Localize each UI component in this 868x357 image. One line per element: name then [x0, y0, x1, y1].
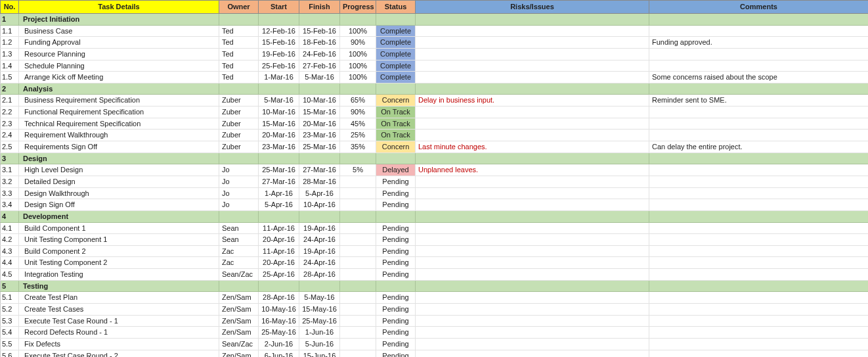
- cell-comment[interactable]: Reminder sent to SME.: [649, 95, 869, 107]
- cell-start[interactable]: [259, 210, 299, 222]
- table-row[interactable]: 2.5Requirements Sign OffZuber23-Mar-1625…: [1, 141, 869, 153]
- cell-progress[interactable]: [340, 83, 376, 95]
- cell-risk[interactable]: [416, 130, 649, 141]
- cell-status[interactable]: Pending: [376, 187, 416, 199]
- cell-start[interactable]: 20-Mar-16: [259, 130, 299, 141]
- cell-progress[interactable]: [340, 315, 376, 327]
- cell-progress[interactable]: 45%: [340, 118, 376, 130]
- cell-finish[interactable]: 27-Mar-16: [299, 164, 340, 176]
- cell-risk[interactable]: [416, 327, 649, 339]
- table-row[interactable]: 4.2Unit Testing Component 1Sean20-Apr-16…: [1, 234, 869, 246]
- cell-task[interactable]: Functional Requirement Specification: [19, 107, 219, 118]
- cell-progress[interactable]: [340, 222, 376, 234]
- cell-progress[interactable]: [340, 199, 376, 211]
- cell-risk[interactable]: [416, 338, 649, 350]
- cell-no[interactable]: 1.2: [1, 37, 19, 49]
- cell-status[interactable]: Complete: [376, 37, 416, 49]
- cell-status[interactable]: On Track: [376, 107, 416, 118]
- cell-status[interactable]: Pending: [376, 315, 416, 327]
- table-row[interactable]: 2.2Functional Requirement SpecificationZ…: [1, 107, 869, 118]
- cell-comment[interactable]: [649, 176, 869, 187]
- cell-risk[interactable]: [416, 176, 649, 187]
- cell-finish[interactable]: 10-Mar-16: [299, 95, 340, 107]
- cell-risk[interactable]: [416, 257, 649, 269]
- table-row[interactable]: 2.4Requirement WalkthroughZuber20-Mar-16…: [1, 130, 869, 141]
- table-row[interactable]: 3.1High Level DesignJo25-Mar-1627-Mar-16…: [1, 164, 869, 176]
- cell-comment[interactable]: [649, 48, 869, 60]
- cell-start[interactable]: [259, 153, 299, 164]
- cell-finish[interactable]: [299, 14, 340, 26]
- cell-no[interactable]: 2.3: [1, 118, 19, 130]
- cell-risk[interactable]: [416, 72, 649, 83]
- cell-task[interactable]: Design Walkthrough: [19, 187, 219, 199]
- col-header-start[interactable]: Start: [259, 1, 299, 14]
- cell-no[interactable]: 4.1: [1, 222, 19, 234]
- cell-owner[interactable]: Zuber: [219, 95, 259, 107]
- table-row[interactable]: 3.3Design WalkthroughJo1-Apr-165-Apr-16P…: [1, 187, 869, 199]
- cell-start[interactable]: 20-Apr-16: [259, 257, 299, 269]
- cell-status[interactable]: [376, 14, 416, 26]
- table-row[interactable]: 5.6Execute Test Case Round - 2Zen/Sam6-J…: [1, 350, 869, 357]
- cell-task[interactable]: Analysis: [19, 83, 219, 95]
- cell-start[interactable]: 25-Feb-16: [259, 60, 299, 72]
- cell-risk[interactable]: [416, 25, 649, 37]
- cell-no[interactable]: 3.4: [1, 199, 19, 211]
- cell-no[interactable]: 4.2: [1, 234, 19, 246]
- table-row[interactable]: 2.3Technical Requirement SpecificationZu…: [1, 118, 869, 130]
- cell-task[interactable]: Project Initiation: [19, 14, 219, 26]
- cell-risk[interactable]: Unplanned leaves.: [416, 164, 649, 176]
- cell-finish[interactable]: 28-Mar-16: [299, 176, 340, 187]
- col-header-progress[interactable]: Progress: [340, 1, 376, 14]
- cell-owner[interactable]: Sean: [219, 222, 259, 234]
- cell-task[interactable]: Business Case: [19, 25, 219, 37]
- cell-no[interactable]: 2.2: [1, 107, 19, 118]
- cell-progress[interactable]: [340, 257, 376, 269]
- cell-progress[interactable]: [340, 234, 376, 246]
- cell-start[interactable]: 2-Jun-16: [259, 338, 299, 350]
- cell-finish[interactable]: 15-Mar-16: [299, 107, 340, 118]
- cell-comment[interactable]: [649, 222, 869, 234]
- cell-no[interactable]: 4.4: [1, 257, 19, 269]
- table-row[interactable]: 3.4Design Sign OffJo5-Apr-1610-Apr-16Pen…: [1, 199, 869, 211]
- cell-owner[interactable]: Jo: [219, 187, 259, 199]
- cell-start[interactable]: 25-Apr-16: [259, 269, 299, 281]
- cell-progress[interactable]: 5%: [340, 164, 376, 176]
- col-header-task[interactable]: Task Details: [19, 1, 219, 14]
- cell-comment[interactable]: [649, 210, 869, 222]
- cell-no[interactable]: 1.3: [1, 48, 19, 60]
- cell-progress[interactable]: 90%: [340, 37, 376, 49]
- table-row[interactable]: 5.1Create Test PlanZen/Sam28-Apr-165-May…: [1, 292, 869, 304]
- cell-comment[interactable]: Funding approved.: [649, 37, 869, 49]
- cell-owner[interactable]: Jo: [219, 199, 259, 211]
- cell-risk[interactable]: [416, 107, 649, 118]
- cell-progress[interactable]: 100%: [340, 60, 376, 72]
- cell-task[interactable]: Build Component 2: [19, 245, 219, 257]
- cell-owner[interactable]: Sean/Zac: [219, 269, 259, 281]
- cell-risk[interactable]: [416, 245, 649, 257]
- cell-owner[interactable]: Zen/Sam: [219, 350, 259, 357]
- cell-task[interactable]: Funding Approval: [19, 37, 219, 49]
- cell-finish[interactable]: [299, 210, 340, 222]
- cell-comment[interactable]: Can delay the entire project.: [649, 141, 869, 153]
- cell-progress[interactable]: [340, 292, 376, 304]
- cell-start[interactable]: 27-Mar-16: [259, 176, 299, 187]
- cell-finish[interactable]: 24-Apr-16: [299, 257, 340, 269]
- cell-status[interactable]: [376, 83, 416, 95]
- cell-finish[interactable]: [299, 280, 340, 292]
- cell-finish[interactable]: 23-Mar-16: [299, 130, 340, 141]
- cell-comment[interactable]: [649, 304, 869, 316]
- cell-progress[interactable]: [340, 304, 376, 316]
- cell-start[interactable]: 25-May-16: [259, 327, 299, 339]
- cell-start[interactable]: 12-Feb-16: [259, 25, 299, 37]
- cell-start[interactable]: 15-Mar-16: [259, 118, 299, 130]
- col-header-status[interactable]: Status: [376, 1, 416, 14]
- cell-status[interactable]: Pending: [376, 199, 416, 211]
- cell-owner[interactable]: Zuber: [219, 130, 259, 141]
- cell-finish[interactable]: 10-Apr-16: [299, 199, 340, 211]
- cell-status[interactable]: Concern: [376, 95, 416, 107]
- cell-status[interactable]: Delayed: [376, 164, 416, 176]
- cell-owner[interactable]: Zac: [219, 257, 259, 269]
- cell-progress[interactable]: [340, 350, 376, 357]
- cell-no[interactable]: 3.2: [1, 176, 19, 187]
- cell-comment[interactable]: Some concerns raised about the scope: [649, 72, 869, 83]
